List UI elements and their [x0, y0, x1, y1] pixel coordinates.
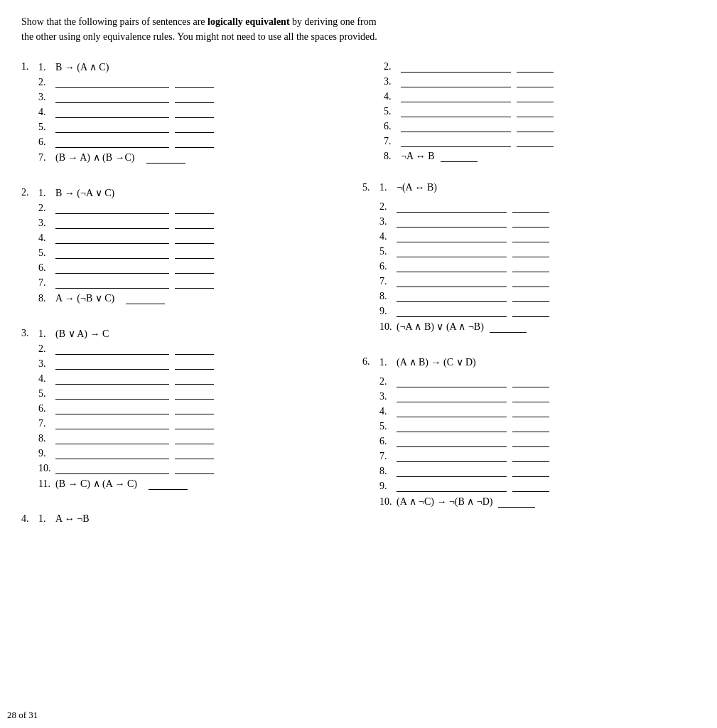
- r-step-6-1-num: 1.: [379, 357, 397, 368]
- prob-6-number: 6.: [362, 356, 377, 368]
- r-step-5-10-num: 10.: [379, 321, 397, 333]
- step-1-1-given: B → (A ∧ C): [55, 61, 109, 73]
- right-column: 2. 3. 4. 5. 6. 7. 8. ¬A ↔ B 5. 1. ¬(A ↔ …: [362, 61, 696, 548]
- problem-2-number: 2.: [21, 187, 36, 198]
- step-4-1-num: 1.: [38, 513, 55, 525]
- problem-3: 3. 1. (B ∨ A) → C 2. 3. 4. 5. 6. 7. 8. 9…: [21, 328, 362, 493]
- step-2-4-num: 4.: [38, 232, 55, 244]
- r-step-1-7-num: 7.: [384, 136, 401, 147]
- step-2-8-num: 8.: [38, 293, 55, 304]
- r-step-5-2-num: 2.: [379, 201, 397, 213]
- step-3-2-num: 2.: [38, 343, 55, 355]
- right-prob-1-cont: 2. 3. 4. 5. 6. 7. 8. ¬A ↔ B: [362, 61, 696, 162]
- instructions-bold: logically equivalent: [207, 16, 290, 27]
- r-step-5-9-num: 9.: [379, 306, 397, 317]
- step-1-1-num: 1.: [38, 62, 55, 73]
- r-step-5-5-num: 5.: [379, 246, 397, 257]
- instructions-text2: by deriving one from: [290, 16, 377, 27]
- instructions-text3: the other using only equivalence rules. …: [21, 31, 377, 42]
- r-step-6-10-given: (A ∧ ¬C) → ¬(B ∧ ¬D): [397, 496, 492, 508]
- prob-5-number: 5.: [362, 182, 377, 193]
- r-step-1-3-num: 3.: [384, 76, 401, 87]
- r-step-6-2-num: 2.: [379, 376, 397, 387]
- step-2-6-num: 6.: [38, 262, 55, 274]
- r-step-1-6-num: 6.: [384, 121, 401, 132]
- content-area: 1. 1. B → (A ∧ C) 2. 3. 4. 5. 6. 7.: [21, 61, 696, 548]
- r-step-5-3-num: 3.: [379, 216, 397, 228]
- step-1-7-given: (B → A) ∧ (B →C): [55, 151, 135, 164]
- step-3-3-num: 3.: [38, 358, 55, 370]
- step-1-7-num: 7.: [38, 152, 55, 164]
- problem-3-number: 3.: [21, 328, 36, 339]
- step-3-11-given: (B → C) ∧ (A → C): [55, 478, 137, 490]
- step-3-8-num: 8.: [38, 433, 55, 444]
- step-2-7-num: 7.: [38, 277, 55, 289]
- r-step-1-8-given: ¬A ↔ B: [401, 151, 435, 162]
- r-step-1-4-num: 4.: [384, 91, 401, 102]
- problem-4-partial: 4. 1. A ↔ ¬B: [21, 513, 362, 528]
- step-1-3-num: 3.: [38, 92, 55, 103]
- step-3-7-num: 7.: [38, 418, 55, 429]
- instructions: Show that the following pairs of sentenc…: [21, 14, 696, 44]
- r-step-1-5-num: 5.: [384, 106, 401, 117]
- step-3-1-num: 1.: [38, 328, 55, 340]
- r-step-6-6-num: 6.: [379, 436, 397, 447]
- r-step-6-4-num: 4.: [379, 406, 397, 417]
- step-1-6-num: 6.: [38, 136, 55, 148]
- step-4-1-given: A ↔ ¬B: [55, 513, 90, 525]
- problem-1: 1. 1. B → (A ∧ C) 2. 3. 4. 5. 6. 7.: [21, 61, 362, 167]
- step-1-2-num: 2.: [38, 77, 55, 88]
- problem-1-content: 1. B → (A ∧ C) 2. 3. 4. 5. 6. 7. (B → A)…: [38, 61, 362, 167]
- step-3-4-num: 4.: [38, 373, 55, 385]
- step-3-1-given: (B ∨ A) → C: [55, 328, 109, 340]
- step-2-8-given: A → (¬B ∨ C): [55, 292, 114, 304]
- r-step-6-5-num: 5.: [379, 421, 397, 432]
- r-step-6-3-num: 3.: [379, 391, 397, 402]
- right-prob-6: 6. 1. (A ∧ B) → (C ∨ D) 2. 3. 4. 5. 6. 7…: [362, 356, 696, 511]
- r-step-5-10-given: (¬A ∧ B) ∨ (A ∧ ¬B): [397, 321, 484, 333]
- step-2-5-num: 5.: [38, 247, 55, 259]
- problem-2: 2. 1. B → (¬A ∨ C) 2. 3. 4. 5. 6. 7. 8. …: [21, 187, 362, 308]
- step-2-1-num: 1.: [38, 188, 55, 199]
- step-2-3-num: 3.: [38, 218, 55, 229]
- step-2-2-num: 2.: [38, 203, 55, 214]
- step-3-5-num: 5.: [38, 388, 55, 400]
- r-step-6-8-num: 8.: [379, 466, 397, 477]
- r-step-5-6-num: 6.: [379, 261, 397, 272]
- step-1-4-num: 4.: [38, 107, 55, 118]
- r-step-1-8-num: 8.: [384, 151, 401, 162]
- right-prob-5: 5. 1. ¬(A ↔ B) 2. 3. 4. 5. 6. 7. 8. 9.: [362, 182, 696, 336]
- left-column: 1. 1. B → (A ∧ C) 2. 3. 4. 5. 6. 7.: [21, 61, 362, 548]
- r-step-6-7-num: 7.: [379, 451, 397, 462]
- r-step-5-8-num: 8.: [379, 291, 397, 302]
- r-step-1-2-num: 2.: [384, 61, 401, 73]
- r-step-6-1-given: (A ∧ B) → (C ∨ D): [397, 356, 476, 368]
- r-step-6-9-num: 9.: [379, 481, 397, 492]
- r-step-5-1-num: 1.: [379, 182, 397, 193]
- problem-4-number: 4.: [21, 513, 36, 525]
- r-step-5-1-given: ¬(A ↔ B): [397, 182, 437, 193]
- problem-3-content: 1. (B ∨ A) → C 2. 3. 4. 5. 6. 7. 8. 9. 1…: [38, 328, 362, 493]
- step-3-11-num: 11.: [38, 478, 55, 490]
- step-3-9-num: 9.: [38, 448, 55, 459]
- r-step-5-4-num: 4.: [379, 231, 397, 242]
- problem-2-content: 1. B → (¬A ∨ C) 2. 3. 4. 5. 6. 7. 8. A →…: [38, 187, 362, 308]
- step-2-1-given: B → (¬A ∨ C): [55, 187, 114, 199]
- step-3-10-num: 10.: [38, 463, 55, 474]
- problem-1-number: 1.: [21, 61, 36, 73]
- instructions-text1: Show that the following pairs of sentenc…: [21, 16, 207, 27]
- r-step-6-10-num: 10.: [379, 496, 397, 508]
- page-indicator: 28 of 31: [7, 710, 38, 721]
- r-step-5-7-num: 7.: [379, 276, 397, 287]
- step-1-5-num: 5.: [38, 122, 55, 133]
- step-3-6-num: 6.: [38, 403, 55, 414]
